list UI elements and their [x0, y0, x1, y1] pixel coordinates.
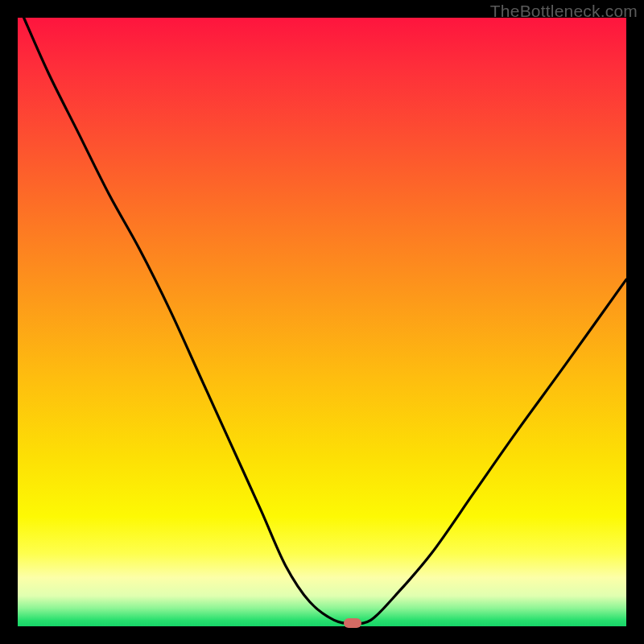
curve-path [24, 18, 626, 624]
optimum-marker [344, 618, 361, 628]
watermark-text: TheBottleneck.com [490, 2, 638, 21]
bottleneck-curve [18, 18, 626, 626]
plot-area [18, 18, 626, 626]
chart-frame: TheBottleneck.com [0, 0, 644, 644]
